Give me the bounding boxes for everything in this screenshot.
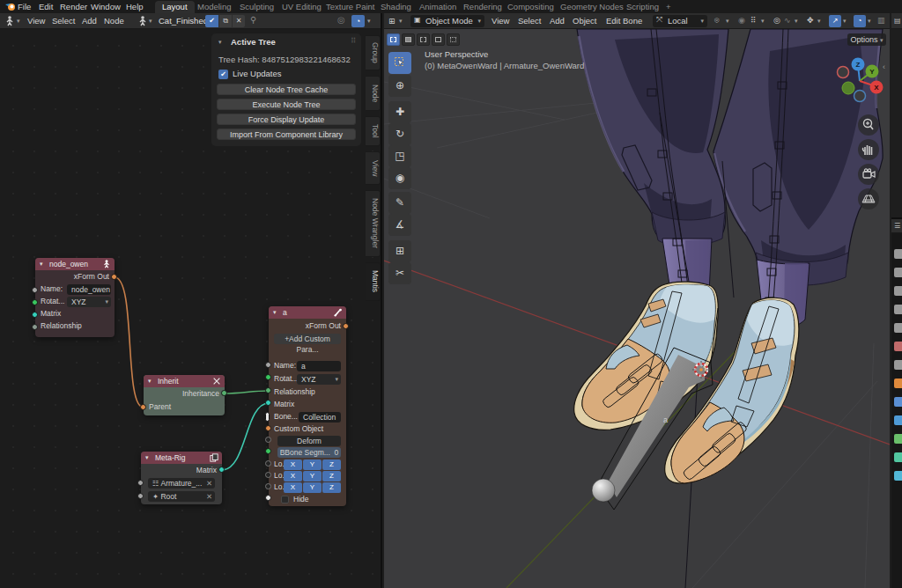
socket-relationship-in[interactable]	[32, 324, 38, 330]
socket-a-custom-object[interactable]	[265, 425, 271, 431]
root-field[interactable]: ✦ Root✕	[148, 491, 215, 502]
socket-armature-in[interactable]	[137, 480, 144, 486]
properties-tab-icon[interactable]	[894, 434, 902, 444]
select-mode-invert[interactable]	[432, 33, 445, 46]
editor-type-chevron[interactable]: ▾	[17, 18, 20, 25]
clear-node-tree-cache-button[interactable]: Clear Node Tree Cache	[217, 84, 356, 95]
vp-menu-editbone[interactable]: Edit Bone	[606, 13, 642, 29]
grid-ortho-button[interactable]	[858, 188, 879, 209]
name-input[interactable]: a	[297, 361, 341, 371]
tree-name-field[interactable]: Cat_Finished	[159, 15, 204, 27]
gizmo-minus-z-axis[interactable]	[854, 91, 866, 102]
node-node-owen[interactable]: ▾node_owen xForm Out Name: node_owen Rot…	[35, 258, 115, 337]
editor-type-icon[interactable]	[4, 16, 16, 26]
tool-select-box[interactable]	[388, 52, 411, 74]
loc2-x-toggle[interactable]: X	[284, 471, 302, 481]
bbone-segments-slider[interactable]: BBone Segm... 0	[277, 447, 341, 458]
show-gizmo-icon[interactable]: ✥	[807, 16, 814, 25]
zoom-button[interactable]	[858, 114, 879, 136]
tool-annotate[interactable]: ✎	[388, 192, 411, 214]
tool-measure[interactable]: ∡	[388, 214, 411, 236]
camera-view-button[interactable]	[858, 164, 879, 185]
node-menu-select[interactable]: Select	[52, 13, 75, 29]
socket-parent-in[interactable]	[140, 404, 146, 410]
socket-matrix-out[interactable]	[218, 467, 225, 473]
sidebar-tab-node-wrangler[interactable]: Node Wrangler	[366, 190, 381, 257]
snap-with-icon[interactable]: ⠿	[750, 16, 757, 25]
tool-rotate[interactable]: ↻	[388, 123, 411, 145]
properties-tab-icon[interactable]	[894, 360, 902, 370]
socket-a-matrix[interactable]	[265, 400, 271, 406]
execute-node-tree-button[interactable]: Execute Node Tree	[217, 99, 356, 110]
vp-menu-object[interactable]: Object	[573, 13, 596, 29]
live-updates-checkbox[interactable]: ✔	[218, 70, 228, 79]
select-mode-new[interactable]	[387, 33, 400, 46]
properties-tab-icon[interactable]	[894, 415, 902, 425]
node-menu-add[interactable]: Add	[82, 13, 97, 29]
loc1-z-toggle[interactable]: Z	[322, 459, 341, 470]
viewport-canvas[interactable]: a ⊕ ✚ ↻ ◳ ◉ ✎ ∡ ⊞ ✂	[384, 29, 890, 588]
gizmo-minus-y-axis[interactable]	[842, 82, 854, 94]
overlay-chevron[interactable]: ▾	[367, 18, 371, 25]
node-menu-view[interactable]: View	[27, 13, 45, 29]
select-mode-extend[interactable]	[402, 33, 415, 46]
select-mode-subtract[interactable]	[417, 33, 430, 46]
socket-inheritance-out[interactable]	[221, 390, 227, 396]
import-from-component-library-button[interactable]: Import From Component Library	[217, 129, 356, 140]
node-a[interactable]: ▾a xForm Out +Add Custom Para... Name: a…	[269, 306, 346, 506]
unlink-x-icon[interactable]: ✕	[233, 15, 245, 27]
bone-collection-field[interactable]: Collection	[299, 412, 341, 423]
workspace-tab-compositing[interactable]: Compositing	[500, 1, 561, 13]
options-button[interactable]: Options ▾	[847, 33, 886, 46]
gizmo-minus-x-axis[interactable]	[838, 67, 849, 78]
socket-xform-out[interactable]	[111, 274, 117, 280]
overlays-toggle-icon[interactable]: ◔	[854, 15, 866, 27]
properties-tab-icon[interactable]	[894, 379, 902, 388]
socket-a-loc2[interactable]	[265, 472, 271, 478]
name-input[interactable]: node_owen	[67, 284, 111, 295]
panel-grip-icon[interactable]: ⠿	[351, 37, 356, 45]
workspace-tab-texturepaint[interactable]: Texture Paint	[319, 1, 381, 13]
properties-tab-icon[interactable]	[894, 471, 902, 481]
socket-rotation-in[interactable]	[32, 299, 38, 305]
socket-a-loc1[interactable]	[265, 460, 271, 467]
gizmos-toggle-icon[interactable]: ↗	[829, 15, 841, 27]
socket-a-deform[interactable]	[265, 437, 271, 443]
fake-user-shield-icon[interactable]: ✔	[205, 15, 218, 27]
proportional-icon[interactable]: ◎	[773, 16, 780, 25]
snap-icon[interactable]: ◎	[337, 15, 345, 25]
socket-a-name[interactable]	[265, 362, 271, 368]
collapse-chevron-icon[interactable]: ▾	[40, 258, 43, 270]
properties-tab-icon[interactable]	[894, 268, 902, 277]
socket-a-bone[interactable]	[265, 412, 270, 422]
force-display-update-button[interactable]: Force Display Update	[217, 114, 356, 125]
rotation-dropdown[interactable]: XYZ▾	[297, 374, 341, 385]
panel-title[interactable]: Active Tree	[231, 37, 276, 47]
socket-matrix-in[interactable]	[32, 312, 38, 318]
hide-checkbox[interactable]	[281, 496, 289, 503]
node-header[interactable]: ▾a	[269, 306, 346, 319]
socket-root-in[interactable]	[137, 493, 144, 499]
loc3-z-toggle[interactable]: Z	[322, 482, 341, 493]
loc2-y-toggle[interactable]: Y	[303, 471, 322, 481]
loc1-y-toggle[interactable]: Y	[303, 459, 322, 470]
node-inherit[interactable]: ▾Inherit Inheritance Parent	[144, 375, 225, 415]
navigation-gizmo[interactable]: Z Y X	[829, 50, 887, 108]
properties-tab-icon[interactable]	[894, 397, 902, 407]
sidebar-tab-group[interactable]: Group	[366, 35, 381, 70]
overlay-toggle-icon[interactable]: ◔	[351, 15, 365, 27]
sidebar-collapse-arrow[interactable]: ‹	[883, 62, 885, 71]
snap-magnet-icon[interactable]: ◉	[738, 16, 745, 25]
menu-help[interactable]: Help	[121, 0, 149, 13]
properties-tab-icon[interactable]	[894, 323, 902, 333]
sidebar-tab-mantis[interactable]: Mantis	[366, 262, 381, 301]
node-header[interactable]: ▾Meta-Rig	[141, 452, 222, 464]
tool-scale[interactable]: ◳	[388, 145, 411, 167]
properties-tab-icon[interactable]	[894, 286, 902, 296]
workspace-tab-modeling[interactable]: Modeling	[190, 1, 239, 13]
copy-icon[interactable]: ⧉	[219, 15, 232, 27]
panel-collapse-icon[interactable]: ▾	[218, 39, 222, 46]
node-meta-rig[interactable]: ▾Meta-Rig Matrix ☷ Armature_...✕ ✦ Root✕	[141, 452, 222, 504]
properties-tab-icon[interactable]	[894, 249, 902, 259]
socket-a-hide[interactable]	[265, 495, 271, 501]
